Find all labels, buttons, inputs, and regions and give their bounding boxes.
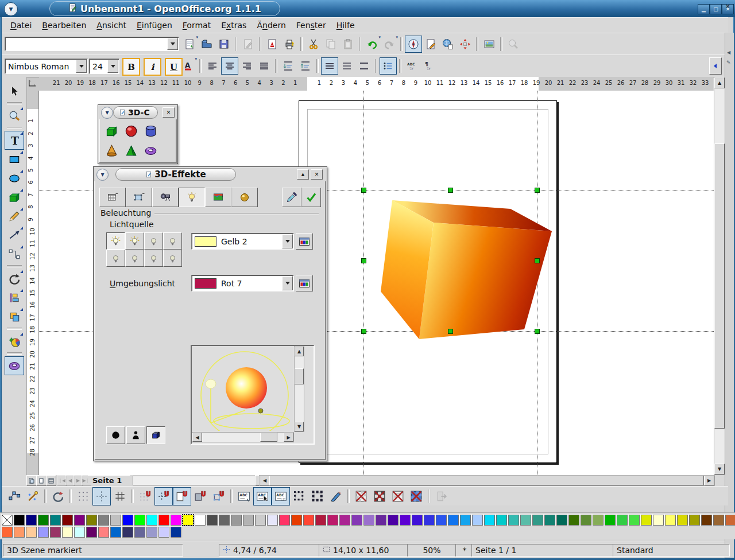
line-spacing-1-button[interactable] [321, 57, 338, 75]
color-swatch[interactable] [50, 527, 61, 538]
effects-dialog-titlebar[interactable]: ▼ 3D-Effekte ▲ ✕ [94, 167, 327, 181]
toolbar-scroll-left-icon[interactable] [709, 57, 722, 75]
page-mode-icon[interactable] [26, 475, 37, 486]
new-document-button[interactable]: ▾ [181, 36, 198, 53]
snap-points-button[interactable] [210, 487, 228, 505]
line-contour-button[interactable] [407, 487, 425, 505]
horizontal-ruler[interactable]: 1234567891011121314151617181920211234567… [39, 77, 713, 91]
status-style[interactable]: Standard [613, 544, 730, 557]
color-swatch[interactable] [122, 515, 133, 526]
font-name-dropdown-icon[interactable] [76, 60, 87, 73]
rectangle-tool[interactable] [5, 150, 24, 169]
light-source-7-button[interactable] [144, 250, 163, 267]
color-swatch[interactable] [376, 515, 386, 526]
snap-margins-button[interactable] [173, 487, 191, 505]
color-swatch[interactable] [460, 515, 471, 526]
zoom-button[interactable] [457, 36, 474, 53]
light-point[interactable] [258, 409, 263, 413]
minimize-button[interactable]: ▁ [698, 4, 710, 14]
color-swatch[interactable] [713, 515, 724, 526]
selection-handle[interactable] [448, 188, 453, 193]
3d-pyramid-icon[interactable] [121, 141, 141, 160]
hyperlink-button[interactable] [439, 36, 457, 53]
double-click-text-button[interactable]: ABC☞ [272, 487, 290, 505]
page-tab[interactable]: Seite 1 [88, 475, 137, 485]
open-button[interactable] [198, 36, 215, 53]
menu-format[interactable]: Format [177, 20, 216, 31]
window-menu-icon[interactable]: ▼ [4, 2, 18, 16]
vertical-scrollbar[interactable]: ▲ ▼ [714, 77, 725, 475]
color-swatch[interactable] [14, 515, 25, 526]
color-swatch[interactable] [315, 515, 326, 526]
color-swatch[interactable] [641, 515, 652, 526]
color-swatch[interactable] [544, 515, 555, 526]
preview-cube-button[interactable] [146, 426, 165, 444]
picture-placeholder-button[interactable] [352, 487, 370, 505]
palette-close-icon[interactable]: ✕ [163, 107, 175, 118]
color-swatch[interactable] [231, 515, 242, 526]
align-right-button[interactable] [238, 57, 256, 75]
color-swatch[interactable] [279, 515, 290, 526]
scroll-down-icon[interactable]: ▼ [714, 464, 725, 475]
color-swatch[interactable] [556, 515, 567, 526]
light-preview-scene[interactable] [192, 346, 293, 431]
horizontal-scroll-thumb[interactable] [269, 476, 704, 485]
lines-arrows-tool[interactable] [5, 225, 24, 244]
ambient-color-dropdown-icon[interactable] [282, 276, 293, 290]
curve-tool[interactable] [5, 207, 24, 225]
font-size-combobox[interactable]: 24 [89, 59, 119, 74]
color-swatch[interactable] [134, 515, 145, 526]
ellipse-tool[interactable] [5, 169, 24, 188]
color-swatch[interactable] [629, 515, 640, 526]
select-tool[interactable] [5, 81, 24, 100]
show-guides-button[interactable] [92, 487, 111, 505]
status-size[interactable]: 14,10 x 11,60 [319, 544, 412, 557]
line-spacing-2-button[interactable] [355, 57, 373, 75]
light-handle[interactable] [206, 379, 216, 388]
show-grid-button[interactable] [74, 487, 92, 505]
stylist-button[interactable] [422, 36, 439, 53]
modify-with-attributes-button[interactable] [327, 487, 345, 505]
3d-cube-object[interactable] [361, 185, 567, 352]
color-swatch[interactable] [605, 515, 616, 526]
select-text-area-button[interactable]: ABC [253, 487, 272, 505]
paragraph-dialog-button[interactable]: ¶☞ [421, 57, 438, 75]
menu-hilfe[interactable]: Hilfe [331, 20, 360, 31]
color-swatch[interactable] [327, 515, 338, 526]
line-spacing-15-button[interactable] [338, 57, 355, 75]
dialog-rollup-icon[interactable]: ▲ [297, 169, 309, 180]
color-swatch[interactable] [158, 515, 169, 526]
color-swatch[interactable] [98, 515, 109, 526]
selection-handle[interactable] [361, 258, 366, 263]
save-button[interactable] [215, 36, 233, 53]
color-swatch[interactable] [195, 515, 206, 526]
color-swatch[interactable] [436, 515, 447, 526]
3d-cylinder-icon[interactable] [141, 121, 160, 141]
gluepoints-button[interactable] [24, 487, 42, 505]
dialog-close-icon[interactable]: ✕ [311, 169, 323, 180]
color-swatch[interactable] [339, 515, 350, 526]
color-swatch[interactable] [14, 527, 25, 538]
selection-handle[interactable] [361, 188, 366, 193]
color-swatch[interactable] [653, 515, 664, 526]
color-swatch[interactable] [74, 527, 85, 538]
align-justify-button[interactable] [256, 57, 273, 75]
color-swatch[interactable] [243, 515, 254, 526]
tab-material[interactable] [231, 188, 258, 207]
color-swatch[interactable] [26, 515, 37, 526]
status-page[interactable]: Seite 1 / 1 [471, 544, 616, 557]
maximize-button[interactable]: ▢ [710, 4, 722, 14]
color-swatch[interactable] [74, 515, 85, 526]
color-swatch[interactable] [62, 527, 73, 538]
color-swatch[interactable] [183, 515, 194, 526]
master-mode-icon[interactable] [36, 475, 47, 486]
color-swatch[interactable] [98, 527, 109, 538]
dialog-menu-icon[interactable]: ▼ [96, 169, 109, 181]
color-swatch[interactable] [267, 515, 278, 526]
color-none-swatch[interactable] [2, 515, 13, 526]
color-swatch[interactable] [400, 515, 411, 526]
paste-button[interactable] [339, 36, 357, 53]
align-left-button[interactable] [204, 57, 221, 75]
light-preview[interactable]: ▲ ▼ ◀ ▶ [191, 345, 315, 445]
color-swatch[interactable] [38, 515, 49, 526]
